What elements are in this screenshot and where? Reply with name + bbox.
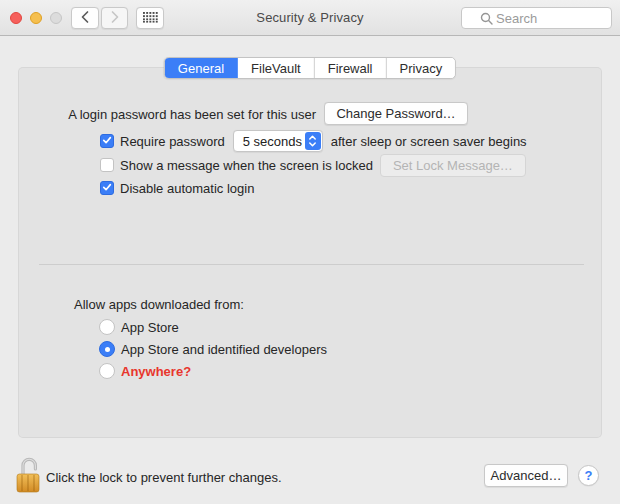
help-button[interactable]: ?	[578, 465, 599, 486]
tab-general[interactable]: General	[165, 58, 238, 78]
radio-row-anywhere: Anywhere?	[99, 361, 191, 381]
tab-filevault[interactable]: FileVault	[238, 58, 315, 78]
advanced-button[interactable]: Advanced…	[484, 464, 568, 487]
lock-message-row: Show a message when the screen is locked…	[100, 154, 526, 176]
general-pane	[18, 67, 602, 438]
set-lock-message-button: Set Lock Message…	[380, 154, 526, 177]
lock-icon[interactable]	[15, 454, 42, 497]
search-icon	[480, 12, 494, 29]
radio-row-app-store: App Store	[99, 317, 179, 337]
search-field[interactable]	[461, 7, 612, 29]
search-input[interactable]	[496, 11, 596, 26]
radio-row-identified-devs: App Store and identified developers	[99, 339, 327, 359]
auto-login-checkbox[interactable]	[100, 181, 114, 195]
password-status-label: A login password has been set for this u…	[68, 107, 316, 122]
stepper-arrows-icon	[305, 132, 321, 150]
lock-hint-text: Click the lock to prevent further change…	[46, 470, 282, 485]
lock-message-label: Show a message when the screen is locked	[120, 158, 373, 173]
delay-select-value: 5 seconds	[243, 134, 302, 149]
section-divider	[39, 264, 584, 265]
require-password-row: Require password 5 seconds after sleep o…	[100, 130, 527, 152]
require-password-suffix: after sleep or screen saver begins	[331, 134, 527, 149]
require-password-label: Require password	[120, 134, 225, 149]
tab-privacy[interactable]: Privacy	[387, 58, 456, 78]
tab-bar: General FileVault Firewall Privacy	[164, 57, 456, 79]
lock-message-checkbox[interactable]	[100, 158, 114, 172]
auto-login-row: Disable automatic login	[100, 177, 254, 199]
checkmark-icon	[101, 134, 113, 149]
title-bar: Security & Privacy	[0, 0, 620, 36]
tab-firewall[interactable]: Firewall	[315, 58, 387, 78]
identified-devs-radio[interactable]	[99, 341, 115, 357]
anywhere-radio[interactable]	[99, 363, 115, 379]
anywhere-label: Anywhere?	[121, 364, 191, 379]
delay-select[interactable]: 5 seconds	[233, 130, 323, 152]
change-password-button[interactable]: Change Password…	[324, 102, 468, 125]
allow-apps-heading: Allow apps downloaded from:	[74, 297, 244, 312]
app-store-label: App Store	[121, 320, 179, 335]
checkmark-icon	[101, 181, 113, 196]
identified-devs-label: App Store and identified developers	[121, 342, 327, 357]
question-mark-icon: ?	[585, 468, 593, 483]
require-password-checkbox[interactable]	[100, 134, 114, 148]
auto-login-label: Disable automatic login	[120, 181, 254, 196]
app-store-radio[interactable]	[99, 319, 115, 335]
